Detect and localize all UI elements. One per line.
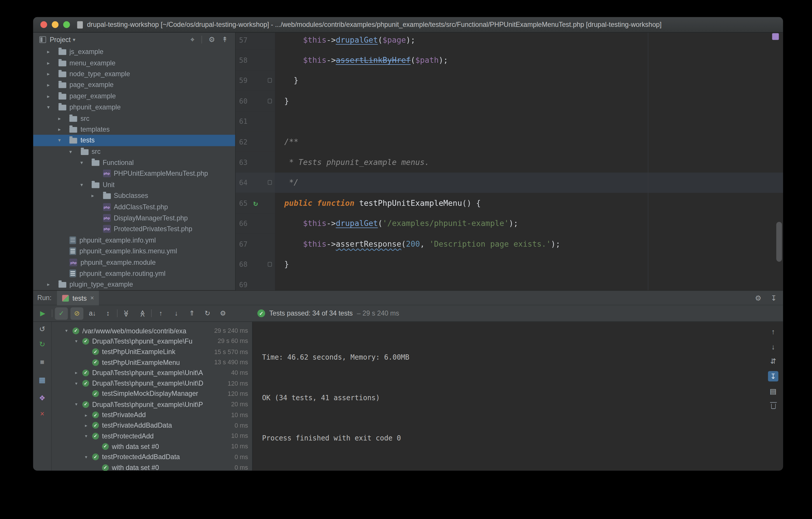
titlebar[interactable]: drupal-testing-workshop [~/Code/os/drupa… (33, 17, 783, 33)
chevron-down-icon[interactable]: ▾ (81, 182, 92, 188)
project-tree-item[interactable]: phpunit_example.links.menu.yml (33, 246, 235, 257)
sort-by-duration-toggle[interactable]: ↕ (102, 307, 114, 320)
import-test-results-button[interactable]: ⇑ (185, 307, 198, 320)
stop-icon[interactable]: ■ (37, 357, 48, 367)
chevron-down-icon[interactable]: ▾ (75, 381, 82, 386)
code-line[interactable]: 64 */ (236, 172, 783, 193)
sort-alphabetically-toggle[interactable]: a↓ (86, 307, 99, 320)
chevron-right-icon[interactable]: ▸ (47, 71, 59, 77)
fold-marker-icon[interactable] (268, 262, 272, 267)
select-opened-file-button[interactable]: ⌖ (191, 35, 195, 44)
project-tree-item[interactable]: ▾phpunit_example (33, 102, 235, 113)
pin-tab-icon[interactable]: ❖ (37, 393, 48, 403)
chevron-down-icon[interactable]: ▾ (85, 434, 92, 439)
rerun-tests-button[interactable]: ▶ (36, 307, 49, 320)
collapse-all-button[interactable]: ↟ (222, 35, 228, 44)
project-panel-title[interactable]: Project (50, 36, 70, 44)
test-tree-row[interactable]: ▾✓Drupal\Tests\phpunit_example\Unit\D120… (52, 378, 252, 388)
project-tree-item[interactable]: phpProtectedPrivatesTest.php (33, 224, 235, 235)
run-tab-tests[interactable]: tests × (57, 291, 99, 305)
next-occurrence-button[interactable]: ↓ (768, 342, 779, 352)
project-tree-item[interactable]: phpunit_example.routing.yml (33, 268, 235, 279)
chevron-right-icon[interactable]: ▸ (58, 127, 70, 132)
close-tab-icon[interactable]: × (90, 294, 94, 302)
fold-marker-icon[interactable] (268, 78, 272, 83)
test-tree-row[interactable]: ▸✓testPrivateAddBadData0 ms (52, 420, 252, 431)
chevron-right-icon[interactable]: ▸ (47, 49, 59, 55)
project-tree-item[interactable]: ▸menu_example (33, 57, 235, 68)
chevron-right-icon[interactable]: ▸ (47, 82, 59, 88)
chevron-right-icon[interactable]: ▸ (75, 370, 82, 375)
chevron-down-icon[interactable]: ▾ (69, 148, 81, 155)
test-tree-row[interactable]: ▾✓testProtectedAddBadData0 ms (52, 452, 252, 462)
chevron-right-icon[interactable]: ▸ (85, 412, 92, 417)
test-tree-row[interactable]: ▸✓Drupal\Tests\phpunit_example\Unit\A40 … (52, 367, 252, 378)
code-line[interactable]: 67 $this->assertResponse(200, 'Descripti… (236, 234, 783, 254)
previous-failed-test-button[interactable]: ↑ (154, 307, 167, 320)
code-line[interactable]: 69 (236, 274, 783, 290)
project-tree-item[interactable]: ▸js_example (33, 46, 235, 57)
chevron-down-icon[interactable]: ▾ (65, 328, 72, 333)
next-failed-test-button[interactable]: ↓ (170, 307, 182, 320)
project-settings-button[interactable]: ⚙ (208, 35, 215, 44)
chevron-right-icon[interactable]: ▸ (47, 60, 59, 66)
chevron-down-icon[interactable]: ▾ (75, 338, 82, 344)
dump-threads-icon[interactable]: ▦ (37, 375, 48, 385)
test-tree-row[interactable]: ✓with data set #010 ms (52, 441, 252, 452)
chevron-right-icon[interactable]: ▸ (92, 193, 103, 199)
test-tree-row[interactable]: ▸✓testPrivateAdd10 ms (52, 410, 252, 420)
project-tree-item[interactable]: ▸node_type_example (33, 68, 235, 79)
chevron-down-icon[interactable]: ▾ (47, 104, 59, 110)
test-tree-row[interactable]: ▾✓testProtectedAdd10 ms (52, 431, 252, 441)
test-tree-row[interactable]: ✓testSimpleMockDisplayManager120 ms (52, 388, 252, 399)
test-tree-row[interactable]: ▾✓Drupal\Tests\phpunit_example\Unit\P20 … (52, 399, 252, 410)
project-tree-item[interactable]: ▾src (33, 146, 235, 157)
collapse-all-button[interactable]: ≫ (136, 307, 148, 320)
project-tree-item[interactable]: phpDisplayManagerTest.php (33, 213, 235, 224)
zoom-window-button[interactable] (63, 21, 70, 28)
code-line[interactable]: 65↻ public function testPhpUnitExampleMe… (236, 193, 783, 213)
project-tree-item[interactable]: ▾Unit (33, 179, 235, 190)
project-tree-item[interactable]: ▸templates (33, 124, 235, 135)
hide-panel-button[interactable]: ↧ (771, 294, 777, 302)
rerun-failed-tests-icon[interactable]: ↻ (37, 339, 48, 349)
chevron-right-icon[interactable]: ▸ (58, 115, 70, 121)
chevron-down-icon[interactable]: ▾ (58, 137, 70, 143)
code-line[interactable]: 59 } (236, 70, 783, 91)
rerun-icon[interactable]: ↺ (37, 324, 48, 334)
minimize-window-button[interactable] (52, 21, 59, 28)
test-history-button[interactable]: ↻ (201, 307, 214, 320)
project-tree-item[interactable]: phpAddClassTest.php (33, 201, 235, 213)
code-line[interactable]: 61 (236, 111, 783, 132)
chevron-down-icon[interactable]: ▾ (72, 36, 75, 42)
test-console[interactable]: Time: 46.62 seconds, Memory: 6.00MBOK (3… (252, 322, 783, 471)
chevron-down-icon[interactable]: ▾ (85, 455, 92, 460)
code-line[interactable]: 62 /** (236, 132, 783, 152)
test-tree-row[interactable]: ▾✓/var/www/web/modules/contrib/exa29 s 2… (52, 325, 252, 336)
clear-console-button[interactable] (768, 401, 779, 412)
chevron-right-icon[interactable]: ▸ (47, 282, 59, 288)
prev-occurrence-button[interactable]: ↑ (768, 327, 779, 337)
test-tree-row[interactable]: ▾✓Drupal\Tests\phpunit_example\Fu29 s 60… (52, 336, 252, 347)
soft-wrap-button[interactable]: ⇵ (768, 356, 779, 366)
run-configuration-settings-button[interactable]: ⚙ (216, 307, 229, 320)
code-line[interactable]: 63 * Tests phpunit_example menus. (236, 152, 783, 172)
code-line[interactable]: 60 } (236, 91, 783, 111)
project-tree-item[interactable]: phpunit_example.info.yml (33, 235, 235, 246)
project-tree-item[interactable]: phpPHPUnitExampleMenuTest.php (33, 168, 235, 179)
test-tree-row[interactable]: ✓testPhpUnitExampleLink15 s 570 ms (52, 347, 252, 357)
fold-marker-icon[interactable] (268, 99, 272, 103)
chevron-down-icon[interactable]: ▾ (81, 160, 92, 165)
close-window-button[interactable] (40, 21, 47, 28)
test-tree-row[interactable]: ✓testPhpUnitExampleMenu13 s 490 ms (52, 357, 252, 367)
run-panel-settings-button[interactable]: ⚙ (755, 294, 761, 302)
test-tree-row[interactable]: ✓with data set #00 ms (52, 462, 252, 471)
show-passed-toggle[interactable]: ✓ (55, 307, 68, 320)
scroll-to-end-button[interactable]: ↧ (768, 371, 779, 382)
project-tree-item[interactable]: ▸plugin_type_example (33, 279, 235, 290)
code-line[interactable]: 66 $this->drupalGet('/examples/phpunit-e… (236, 213, 783, 234)
fold-marker-icon[interactable] (268, 181, 272, 185)
project-tree-item[interactable]: ▸src (33, 113, 235, 124)
project-tree-item[interactable]: ▸page_example (33, 79, 235, 90)
show-ignored-toggle[interactable]: ⊘ (70, 307, 83, 320)
